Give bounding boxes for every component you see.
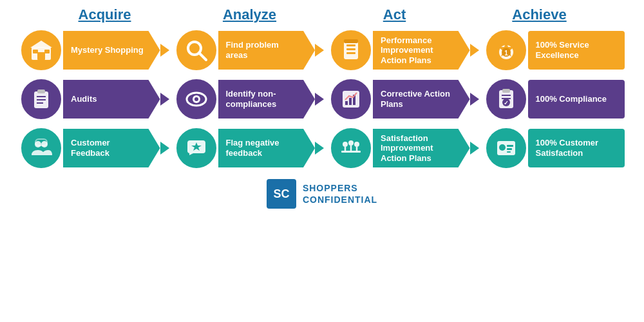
icon-checklist (329, 28, 373, 72)
svg-marker-43 (160, 142, 169, 155)
svg-text:✓: ✓ (504, 100, 509, 106)
header-act: Act (324, 6, 466, 23)
header-row: Acquire Analyze Act Achieve (13, 6, 631, 23)
process-row-1: Mystery Shopping Find problem areas (13, 28, 631, 72)
svg-rect-20 (37, 90, 45, 93)
svg-rect-2 (37, 52, 45, 60)
svg-rect-3 (33, 50, 38, 53)
svg-rect-4 (44, 50, 50, 53)
svg-text:1: 1 (504, 50, 508, 57)
pill-label-service-excellence: 100% Service Excellence (536, 40, 610, 60)
svg-marker-55 (470, 142, 479, 155)
pill-label-satisfaction: Satisfaction Improvement Action Plans (381, 133, 455, 164)
segment-mystery-shopping: Mystery Shopping (63, 31, 160, 70)
svg-marker-24 (160, 93, 169, 106)
svg-rect-13 (344, 39, 358, 43)
header-acquire: Acquire (34, 6, 176, 23)
pill-label-find-problem: Find problem areas (226, 40, 300, 60)
pill-label-mystery-shopping: Mystery Shopping (71, 45, 144, 55)
svg-rect-59 (507, 148, 512, 150)
arrow-3-1 (160, 138, 175, 158)
pill-customer-satisfaction: 100% Customer Satisfaction (528, 129, 625, 167)
svg-rect-58 (507, 145, 513, 147)
svg-marker-8 (315, 44, 324, 57)
pill-label-compliance: 100% Compliance (536, 94, 607, 104)
segment-customer-satisfaction: 100% Customer Satisfaction (528, 129, 625, 167)
arrow-1-1 (160, 41, 175, 60)
segment-satisfaction: Satisfaction Improvement Action Plans (373, 129, 470, 167)
segment-performance: Performance Improvement Action Plans (373, 31, 470, 70)
svg-point-57 (499, 144, 506, 151)
pill-label-corrective: Corrective Action Plans (381, 89, 455, 109)
arrow-1-2 (315, 41, 329, 60)
svg-rect-10 (346, 44, 355, 46)
svg-marker-28 (315, 93, 324, 106)
svg-point-50 (348, 140, 354, 146)
pill-label-customer-satisfaction: 100% Customer Satisfaction (536, 138, 610, 158)
svg-rect-12 (346, 52, 355, 54)
pill-find-problem: Find problem areas (218, 31, 316, 70)
pill-audits: Audits (63, 80, 160, 118)
segment-customer-feedback: Customer Feedback (63, 129, 160, 167)
pill-compliance: 100% Compliance (528, 80, 625, 118)
icon-meeting (329, 126, 373, 170)
pill-identify: Identify non-compliances (218, 80, 316, 118)
icon-eye (175, 77, 218, 121)
arrow-1-3 (470, 41, 484, 60)
svg-marker-45 (189, 153, 193, 155)
pill-mystery-shopping: Mystery Shopping (63, 31, 160, 70)
process-row-2: Audits Identify non-compliances (13, 77, 631, 121)
pill-performance: Performance Improvement Action Plans (373, 31, 470, 70)
icon-clipboard (19, 77, 63, 121)
svg-marker-14 (470, 44, 479, 57)
segment-corrective: Corrective Action Plans (373, 80, 470, 118)
icon-medal: 1 (484, 28, 528, 72)
segment-compliance: 100% Compliance (528, 80, 625, 118)
arrow-2-1 (160, 90, 175, 109)
segment-identify: Identify non-compliances (218, 80, 316, 118)
arrow-2-2 (315, 90, 329, 109)
svg-marker-47 (315, 142, 324, 155)
company-logo: SC (267, 179, 296, 209)
svg-marker-5 (160, 44, 169, 57)
icon-id-card (484, 126, 528, 170)
pill-label-customer-feedback: Customer Feedback (71, 138, 145, 158)
icon-chart-check (329, 77, 373, 121)
footer: SC SHOPPERS CONFIDENTIAL (267, 179, 377, 209)
pill-satisfaction: Satisfaction Improvement Action Plans (373, 129, 470, 167)
pill-corrective: Corrective Action Plans (373, 80, 470, 118)
segment-flag-negative: Flag negative feedback (218, 129, 316, 167)
svg-rect-35 (502, 89, 510, 93)
svg-marker-33 (470, 93, 479, 106)
pill-label-identify: Identify non-compliances (226, 89, 300, 109)
arrow-3-2 (315, 138, 329, 158)
icon-store (19, 28, 63, 72)
icon-search (175, 28, 218, 72)
segment-service-excellence: 100% Service Excellence (528, 31, 625, 70)
company-name: SHOPPERS CONFIDENTIAL (303, 182, 377, 205)
arrow-2-3 (470, 90, 484, 109)
arrow-3-3 (470, 138, 484, 158)
svg-rect-30 (345, 101, 348, 105)
pill-label-performance: Performance Improvement Action Plans (381, 35, 455, 66)
svg-line-7 (199, 53, 206, 60)
svg-rect-51 (341, 151, 361, 153)
pill-label-audits: Audits (71, 94, 97, 104)
pill-service-excellence: 100% Service Excellence (528, 31, 625, 70)
svg-rect-31 (349, 98, 352, 105)
svg-rect-60 (507, 151, 511, 153)
segment-audits: Audits (63, 80, 160, 118)
pill-customer-feedback: Customer Feedback (63, 129, 160, 167)
pill-label-flag-negative: Flag negative feedback (226, 138, 300, 158)
svg-point-48 (343, 142, 348, 147)
pill-flag-negative: Flag negative feedback (218, 129, 316, 167)
segment-find-problem: Find problem areas (218, 31, 316, 70)
process-row-3: Customer Feedback Flag negative feedback (13, 126, 631, 170)
svg-point-27 (194, 97, 198, 101)
header-analyze: Analyze (179, 6, 321, 23)
header-achieve: Achieve (469, 6, 611, 23)
svg-point-49 (354, 142, 359, 147)
svg-rect-11 (346, 48, 355, 50)
icon-people-chat (19, 126, 63, 170)
svg-marker-1 (30, 41, 52, 48)
